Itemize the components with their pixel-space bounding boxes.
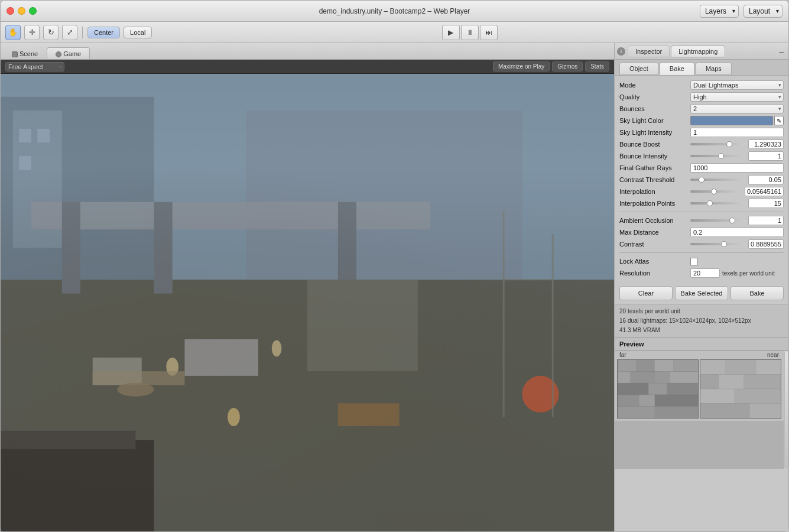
svg-rect-55: [700, 389, 735, 404]
bounce-intensity-slider-thumb[interactable]: [718, 153, 724, 159]
final-gather-rays-input[interactable]: [690, 163, 784, 173]
sky-light-intensity-input[interactable]: [690, 128, 784, 137]
preview-far-svg: [618, 360, 698, 418]
stats-button[interactable]: Stats: [585, 61, 609, 72]
aspect-select[interactable]: Free Aspect: [5, 62, 64, 72]
object-tab[interactable]: Object: [619, 62, 658, 75]
preview-img-far[interactable]: [617, 359, 699, 419]
contrast-threshold-slider-track[interactable]: [690, 179, 746, 181]
layers-dropdown[interactable]: Layers: [700, 5, 739, 18]
bake-tab[interactable]: Bake: [660, 62, 694, 75]
ambient-occlusion-slider-value[interactable]: 1: [748, 216, 784, 225]
ambient-occlusion-slider-thumb[interactable]: [729, 218, 735, 223]
color-picker-button[interactable]: ✎: [774, 116, 784, 125]
svg-rect-28: [618, 360, 636, 372]
play-button[interactable]: ▶: [442, 25, 460, 40]
move-tool-button[interactable]: ✛: [24, 25, 40, 40]
maximize-button[interactable]: [29, 7, 37, 15]
sky-light-intensity-row: Sky Light Intensity: [615, 126, 788, 138]
rotate-tool-button[interactable]: ↻: [43, 25, 59, 40]
contrast-slider-thumb[interactable]: [721, 241, 727, 247]
ambient-occlusion-slider-container: 1: [690, 216, 784, 225]
layout-dropdown[interactable]: Layout: [743, 5, 782, 18]
svg-rect-13: [184, 339, 258, 376]
max-distance-row: Max Distance: [615, 226, 788, 238]
max-distance-value: [690, 228, 784, 237]
interpolation-slider-thumb[interactable]: [711, 189, 717, 194]
center-button[interactable]: Center: [87, 27, 120, 38]
svg-point-17: [228, 408, 240, 426]
step-button[interactable]: ⏭: [480, 25, 498, 40]
quality-select[interactable]: High: [690, 92, 784, 102]
bake-button[interactable]: Bake: [730, 286, 784, 300]
resolution-input[interactable]: [690, 268, 720, 278]
clear-button[interactable]: Clear: [619, 286, 673, 300]
svg-rect-31: [673, 360, 698, 372]
lock-atlas-checkbox[interactable]: [690, 258, 698, 265]
bounces-select[interactable]: 2: [690, 104, 784, 113]
maps-tab[interactable]: Maps: [696, 62, 732, 75]
quality-label: Quality: [619, 93, 690, 100]
svg-rect-37: [648, 383, 667, 395]
sky-light-intensity-value: [690, 128, 784, 137]
resolution-label: Resolution: [619, 270, 690, 277]
hand-tool-button[interactable]: ✋: [5, 25, 21, 40]
interpolation-slider-container: 0.05645161: [690, 187, 784, 196]
bounce-boost-row: Bounce Boost 1.290323: [615, 138, 788, 150]
scale-tool-button[interactable]: ⤢: [62, 25, 77, 40]
local-button[interactable]: Local: [124, 27, 152, 38]
bounce-boost-slider-thumb[interactable]: [726, 141, 732, 147]
scene-svg: [1, 74, 614, 531]
panel-tab-bar: i Inspector Lightmapping –: [615, 43, 788, 60]
bounce-boost-slider-value[interactable]: 1.290323: [748, 140, 784, 149]
sky-light-color-swatch[interactable]: [690, 116, 773, 125]
lightmapping-tab[interactable]: Lightmapping: [671, 46, 725, 57]
mode-value: Dual Lightmaps: [690, 80, 784, 90]
interpolation-points-slider-value[interactable]: 15: [748, 199, 784, 208]
contrast-slider-value[interactable]: 0.8889555: [748, 239, 784, 249]
max-distance-input[interactable]: [690, 228, 784, 237]
preview-img-near[interactable]: [700, 359, 781, 419]
svg-rect-58: [750, 404, 781, 419]
interpolation-slider-value[interactable]: 0.05645161: [745, 187, 784, 196]
bounce-boost-slider-track[interactable]: [690, 143, 746, 145]
bake-selected-button[interactable]: Bake Selected: [675, 286, 728, 300]
bounce-intensity-row: Bounce Intensity 1: [615, 150, 788, 162]
game-tab[interactable]: Game: [47, 47, 90, 59]
contrast-threshold-slider-value[interactable]: 0.05: [748, 175, 784, 184]
minimize-button[interactable]: [18, 7, 25, 15]
maximize-on-play-button[interactable]: Maximize on Play: [493, 61, 550, 72]
game-scene-viewport[interactable]: [1, 74, 614, 531]
main-window: demo_industry.unity – Bootcamp2 – Web Pl…: [0, 0, 789, 532]
lightmap-properties-panel: Mode Dual Lightmaps Quality: [615, 76, 788, 531]
mode-row: Mode Dual Lightmaps: [615, 79, 788, 91]
svg-rect-35: [670, 372, 698, 384]
interpolation-slider-track[interactable]: [690, 190, 742, 193]
svg-rect-29: [636, 360, 654, 372]
close-button[interactable]: [7, 7, 14, 15]
pause-button[interactable]: ⏸: [461, 25, 479, 40]
resolution-value: texels per world unit: [690, 268, 784, 278]
bounce-intensity-slider-track[interactable]: [690, 155, 746, 157]
viewport-toolbar: Free Aspect Maximize on Play Gizmos Stat…: [1, 60, 614, 74]
contrast-threshold-slider-thumb[interactable]: [699, 177, 704, 183]
near-label: near: [767, 352, 779, 358]
inspector-tab[interactable]: Inspector: [628, 46, 670, 57]
properties-area: Mode Dual Lightmaps Quality: [615, 76, 788, 283]
bounce-intensity-slider-value[interactable]: 1: [748, 151, 784, 161]
interpolation-points-slider-track[interactable]: [690, 202, 746, 205]
scene-tab[interactable]: Scene: [3, 47, 47, 59]
preview-scrollbar[interactable]: [784, 351, 788, 469]
right-panel: i Inspector Lightmapping – Object Bake: [614, 43, 788, 531]
contrast-slider-track[interactable]: [690, 243, 746, 245]
interpolation-label: Interpolation: [619, 188, 690, 195]
svg-rect-24: [1, 431, 135, 449]
scrollbar-thumb[interactable]: [784, 351, 788, 469]
gizmos-button[interactable]: Gizmos: [552, 61, 583, 72]
main-toolbar: ✋ ✛ ↻ ⤢ Center Local ▶ ⏸ ⏭: [1, 22, 788, 43]
mode-select[interactable]: Dual Lightmaps: [690, 80, 784, 90]
ambient-occlusion-slider-track[interactable]: [690, 219, 746, 222]
interpolation-points-slider-thumb[interactable]: [707, 200, 713, 206]
panel-collapse-button[interactable]: –: [777, 47, 786, 56]
preview-content: far near: [615, 351, 788, 469]
